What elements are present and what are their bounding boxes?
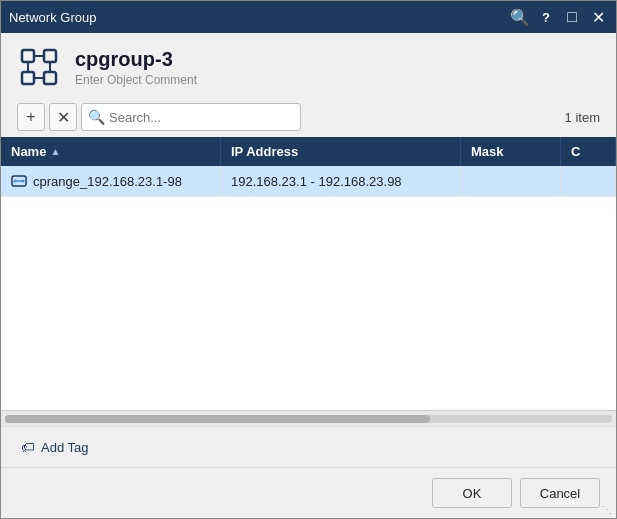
svg-rect-2 — [22, 72, 34, 84]
tag-icon: 🏷 — [21, 439, 35, 455]
svg-rect-0 — [22, 50, 34, 62]
search-box: 🔍 — [81, 103, 301, 131]
svg-point-10 — [14, 180, 17, 183]
ok-button[interactable]: OK — [432, 478, 512, 508]
toolbar: + ✕ 🔍 1 item — [1, 97, 616, 137]
scrollbar-thumb — [5, 415, 430, 423]
table-body: cprange_192.168.23.1-98 192.168.23.1 - 1… — [1, 166, 616, 410]
cell-ip-address: 192.168.23.1 - 192.168.23.98 — [221, 166, 461, 196]
network-group-window: Network Group 🔍 ? □ ✕ — [0, 0, 617, 519]
svg-rect-1 — [44, 50, 56, 62]
remove-button[interactable]: ✕ — [49, 103, 77, 131]
header-info: cpgroup-3 Enter Object Comment — [75, 48, 197, 87]
resize-handle[interactable]: ⋱ — [602, 504, 614, 516]
sort-arrow-name: ▲ — [50, 146, 60, 157]
object-name: cpgroup-3 — [75, 48, 197, 71]
range-icon — [11, 173, 27, 189]
header-section: cpgroup-3 Enter Object Comment — [1, 33, 616, 97]
horizontal-scrollbar[interactable] — [1, 410, 616, 426]
scrollbar-track — [5, 415, 612, 423]
add-tag-button[interactable]: 🏷 Add Tag — [17, 435, 92, 459]
maximize-icon[interactable]: □ — [562, 7, 582, 27]
main-content: cpgroup-3 Enter Object Comment + ✕ 🔍 1 i… — [1, 33, 616, 518]
svg-rect-3 — [44, 72, 56, 84]
cell-c — [561, 166, 616, 196]
column-mask: Mask — [461, 137, 561, 166]
button-bar: OK Cancel — [1, 467, 616, 518]
title-bar-controls: 🔍 ? □ ✕ — [510, 7, 608, 27]
column-ip-address: IP Address — [221, 137, 461, 166]
search-box-icon: 🔍 — [88, 109, 105, 125]
column-c: C — [561, 137, 616, 166]
close-icon[interactable]: ✕ — [588, 7, 608, 27]
object-comment: Enter Object Comment — [75, 73, 197, 87]
column-name: Name ▲ — [1, 137, 221, 166]
title-bar: Network Group 🔍 ? □ ✕ — [1, 1, 616, 33]
title-bar-title: Network Group — [9, 10, 510, 25]
footer-section: 🏷 Add Tag — [1, 426, 616, 467]
add-button[interactable]: + — [17, 103, 45, 131]
help-icon[interactable]: ? — [536, 7, 556, 27]
cell-mask — [461, 166, 561, 196]
table-container: Name ▲ IP Address Mask C — [1, 137, 616, 410]
table-row[interactable]: cprange_192.168.23.1-98 192.168.23.1 - 1… — [1, 166, 616, 197]
cancel-button[interactable]: Cancel — [520, 478, 600, 508]
svg-point-11 — [22, 180, 25, 183]
object-icon — [17, 45, 61, 89]
item-count: 1 item — [565, 110, 600, 125]
cell-name: cprange_192.168.23.1-98 — [1, 166, 221, 196]
table-header: Name ▲ IP Address Mask C — [1, 137, 616, 166]
search-icon[interactable]: 🔍 — [510, 7, 530, 27]
search-input[interactable] — [109, 110, 294, 125]
